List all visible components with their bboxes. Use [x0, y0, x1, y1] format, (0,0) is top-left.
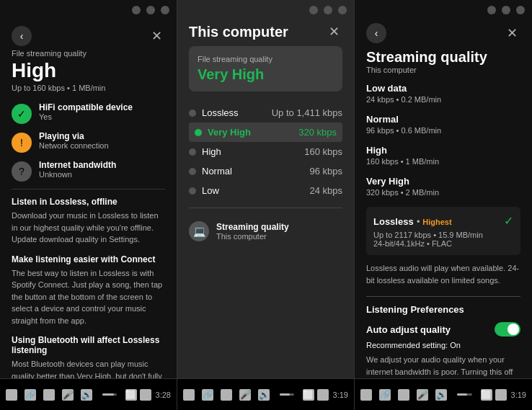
icon-expand-3[interactable]: ⬜: [481, 389, 492, 401]
panel-3-subtitle: This computer: [366, 66, 520, 74]
back-button-3[interactable]: ‹: [366, 23, 386, 43]
restore-btn-2[interactable]: ⬜: [324, 6, 332, 14]
option-kbps-lossless: Up to 1,411 kbps: [272, 107, 342, 118]
icon-mic-2[interactable]: 🎤: [239, 389, 251, 401]
bottom-bar-3: ☰ 🔗 ··· 🎤 🔊 ⬜ ⛶ 3:19: [355, 378, 532, 410]
progress-bar-3[interactable]: [457, 393, 472, 396]
icon-vol-2[interactable]: 🔊: [258, 389, 270, 401]
icon-link-2[interactable]: 🔗: [202, 389, 213, 401]
tier-very-high[interactable]: Very High 320 kbps • 2 MB/min: [366, 176, 520, 197]
close-btn-1[interactable]: ✕: [161, 6, 169, 14]
tier-normal[interactable]: Normal 96 kbps • 0.6 MB/min: [366, 114, 520, 135]
option-kbps-veryhigh: 320 kbps: [298, 127, 337, 138]
icon-vol-1[interactable]: 🔊: [81, 389, 92, 401]
radio-normal: [189, 168, 196, 175]
icon-link-3[interactable]: 🔗: [379, 389, 391, 401]
radio-veryhigh: [195, 129, 202, 136]
bottom-bar-2: ☰ 🔗 ··· 🎤 🔊 ⬜ ⛶ 3:19: [177, 378, 354, 410]
icon-fullscreen-1[interactable]: ⛶: [140, 389, 151, 401]
divider-3: [366, 296, 520, 297]
option-kbps-high: 160 kbps: [304, 146, 342, 157]
close-btn-3[interactable]: ✕: [516, 6, 525, 14]
device-info-playing: ! Playing via Network connection: [12, 131, 165, 153]
quality-option-low[interactable]: Low 24 kbps: [189, 181, 342, 200]
playback-icons-3: ☰ 🔗 ··· 🎤 🔊: [360, 389, 447, 401]
minimize-btn-2[interactable]: ─: [309, 6, 318, 14]
card-label: File streaming quality: [198, 55, 334, 63]
time-3: 3:19: [511, 391, 526, 399]
tier-normal-name: Normal: [366, 114, 520, 125]
icon-list-3[interactable]: ☰: [360, 389, 372, 401]
streaming-device-row[interactable]: 💻 Streaming quality This computer: [189, 215, 342, 247]
icon-dots-3[interactable]: ···: [398, 389, 409, 401]
minimize-btn-1[interactable]: ─: [132, 6, 141, 14]
tier-low-data[interactable]: Low data 24 kbps • 0.2 MB/min: [366, 83, 520, 104]
icon-fullscreen-2[interactable]: ⛶: [317, 389, 329, 401]
tip-body-3: Most Bluetooth devices can play music qu…: [12, 358, 165, 378]
close-button-2[interactable]: ✕: [325, 23, 342, 40]
panel-2: ─ ⬜ ✕ This computer ✕ File streaming qua…: [177, 0, 354, 410]
icon-vol-3[interactable]: 🔊: [435, 389, 447, 401]
progress-bar-1[interactable]: [102, 393, 117, 396]
divider-1: [12, 189, 165, 190]
streaming-device-label: Streaming quality: [216, 222, 289, 232]
icon-list-2[interactable]: ☰: [183, 389, 195, 401]
radio-low: [189, 187, 196, 195]
hifi-label: HiFi compatible device: [39, 102, 133, 112]
auto-adjust-toggle[interactable]: [495, 322, 520, 337]
option-name-low: Low: [202, 185, 219, 196]
titlebar-1: ─ ⬜ ✕: [0, 0, 177, 20]
progress-bar-2[interactable]: [280, 393, 294, 396]
playing-label: Playing via: [39, 131, 109, 141]
hifi-sublabel: Yes: [39, 112, 133, 121]
tip-body-1: Download your music in Lossless to liste…: [12, 210, 165, 246]
playback-icons-2: ☰ 🔗 ··· 🎤 🔊: [183, 389, 270, 401]
tip-lossless-offline: Listen in Lossless, offline Download you…: [12, 197, 165, 246]
quality-option-high[interactable]: High 160 kbps: [189, 142, 342, 161]
quality-option-lossless[interactable]: Lossless Up to 1,411 kbps: [189, 103, 342, 122]
close-button-1[interactable]: ✕: [148, 27, 165, 45]
icon-mic-3[interactable]: 🎤: [417, 389, 428, 401]
device-info-hifi: ✓ HiFi compatible device Yes: [12, 102, 165, 124]
tip-body-2: The best way to listen in Lossless is wi…: [12, 267, 165, 327]
progress-fill-2: [280, 393, 290, 396]
minimize-btn-3[interactable]: ─: [487, 6, 496, 14]
tier-normal-detail: 96 kbps • 0.6 MB/min: [366, 126, 520, 135]
icon-list-1[interactable]: ☰: [6, 389, 17, 401]
icon-mic-1[interactable]: 🎤: [62, 389, 74, 401]
lossless-highest: Highest: [422, 218, 451, 226]
rec-setting-label: Recommended setting:: [366, 341, 448, 349]
lossless-detail-2: 24-bit/44.1kHz • FLAC: [373, 239, 513, 248]
auto-adjust-label: Auto adjust quality: [366, 324, 451, 335]
auto-adjust-note: We adjust your audio quality when your i…: [366, 354, 520, 378]
close-button-3[interactable]: ✕: [503, 24, 520, 42]
lossless-badge: Lossless: [373, 216, 414, 227]
icon-expand-1[interactable]: ⬜: [125, 389, 137, 401]
streaming-device-sublabel: This computer: [216, 232, 289, 241]
restore-btn-1[interactable]: ⬜: [146, 6, 155, 14]
radio-lossless: [189, 110, 196, 117]
tier-lossless[interactable]: Lossless • Highest ✓ Up to 2117 kbps • 1…: [366, 207, 520, 255]
card-value: Very High: [198, 66, 334, 83]
panel-3-title: Streaming quality: [366, 49, 520, 66]
tier-low-data-detail: 24 kbps • 0.2 MB/min: [366, 95, 520, 104]
tip-connect: Make listening easier with Connect The b…: [12, 254, 165, 327]
bandwidth-sublabel: Unknown: [39, 170, 116, 179]
playback-icons-1: ☰ 🔗 ··· 🎤 🔊: [6, 389, 92, 401]
icon-expand-2[interactable]: ⬜: [303, 389, 314, 401]
auto-adjust-row: Auto adjust quality: [366, 322, 520, 337]
quality-option-normal[interactable]: Normal 96 kbps: [189, 161, 342, 181]
listening-prefs-header: Listening Preferences: [366, 304, 520, 315]
close-btn-2[interactable]: ✕: [338, 6, 347, 14]
panel-1: ─ ⬜ ✕ ‹ ✕ File streaming quality High Up…: [0, 0, 177, 410]
icon-dots-2[interactable]: ···: [221, 389, 232, 401]
back-button-1[interactable]: ‹: [12, 26, 32, 46]
icon-dots-1[interactable]: ···: [43, 389, 55, 401]
icon-fullscreen-3[interactable]: ⛶: [495, 389, 507, 401]
icon-link-1[interactable]: 🔗: [25, 389, 36, 401]
titlebar-2: ─ ⬜ ✕: [177, 0, 354, 20]
quality-sub-1: Up to 160 kbps • 1 MB/min: [12, 84, 165, 92]
restore-btn-3[interactable]: ⬜: [502, 6, 510, 14]
quality-option-veryhigh[interactable]: Very High 320 kbps: [189, 122, 342, 142]
tier-high[interactable]: High 160 kbps • 1 MB/min: [366, 145, 520, 166]
